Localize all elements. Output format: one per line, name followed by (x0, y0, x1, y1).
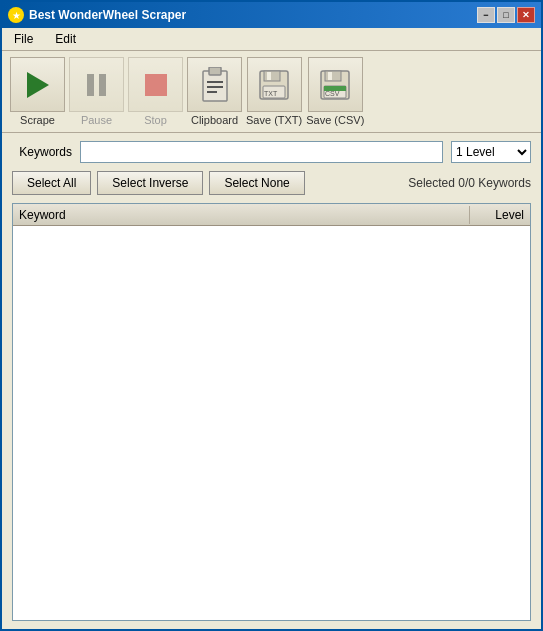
keywords-input[interactable] (80, 141, 443, 163)
menu-bar: File Edit (2, 28, 541, 51)
svg-rect-4 (207, 91, 217, 93)
main-window: ★ Best WonderWheel Scraper − □ ✕ File Ed… (0, 0, 543, 631)
svg-text:TXT: TXT (264, 90, 278, 97)
pause-icon (87, 74, 106, 96)
stop-icon (145, 74, 167, 96)
toolbar: Scrape Pause Stop (2, 51, 541, 133)
app-icon: ★ (8, 7, 24, 23)
svg-rect-7 (267, 72, 271, 80)
content-area: Keywords 1 Level 2 Levels 3 Levels Selec… (2, 133, 541, 629)
stop-button[interactable]: Stop (128, 57, 183, 126)
pause-label: Pause (81, 114, 112, 126)
play-icon (27, 72, 49, 98)
keywords-row: Keywords 1 Level 2 Levels 3 Levels (12, 141, 531, 163)
svg-rect-6 (264, 71, 280, 81)
save-txt-button[interactable]: TXT Save (TXT) (246, 57, 302, 126)
maximize-button[interactable]: □ (497, 7, 515, 23)
menu-file[interactable]: File (8, 30, 39, 48)
svg-rect-3 (207, 86, 223, 88)
save-csv-icon-box: CSV (308, 57, 363, 112)
svg-text:CSV: CSV (325, 90, 340, 97)
save-txt-icon-box: TXT (247, 57, 302, 112)
menu-edit[interactable]: Edit (49, 30, 82, 48)
clipboard-label: Clipboard (191, 114, 238, 126)
close-button[interactable]: ✕ (517, 7, 535, 23)
minimize-button[interactable]: − (477, 7, 495, 23)
title-bar: ★ Best WonderWheel Scraper − □ ✕ (2, 2, 541, 28)
pause-icon-box (69, 57, 124, 112)
window-title: Best WonderWheel Scraper (29, 8, 186, 22)
title-buttons: − □ ✕ (477, 7, 535, 23)
table-body (13, 226, 530, 620)
title-bar-left: ★ Best WonderWheel Scraper (8, 7, 186, 23)
select-buttons-row: Select All Select Inverse Select None Se… (12, 171, 531, 195)
column-header-keyword: Keyword (13, 206, 470, 224)
clipboard-icon (199, 67, 231, 103)
level-select[interactable]: 1 Level 2 Levels 3 Levels (451, 141, 531, 163)
svg-rect-2 (207, 81, 223, 83)
svg-rect-12 (328, 72, 332, 80)
stop-label: Stop (144, 114, 167, 126)
scrape-label: Scrape (20, 114, 55, 126)
scrape-icon-box (10, 57, 65, 112)
table-header: Keyword Level (13, 204, 530, 226)
select-none-button[interactable]: Select None (209, 171, 304, 195)
svg-rect-11 (325, 71, 341, 81)
pause-button[interactable]: Pause (69, 57, 124, 126)
save-csv-icon: CSV (320, 70, 350, 100)
save-csv-button[interactable]: CSV Save (CSV) (306, 57, 364, 126)
scrape-button[interactable]: Scrape (10, 57, 65, 126)
select-inverse-button[interactable]: Select Inverse (97, 171, 203, 195)
clipboard-button[interactable]: Clipboard (187, 57, 242, 126)
save-csv-label: Save (CSV) (306, 114, 364, 126)
column-header-level: Level (470, 206, 530, 224)
selected-info: Selected 0/0 Keywords (408, 176, 531, 190)
svg-rect-1 (209, 67, 221, 75)
keywords-label: Keywords (12, 145, 72, 159)
save-txt-icon: TXT (259, 70, 289, 100)
save-txt-label: Save (TXT) (246, 114, 302, 126)
stop-icon-box (128, 57, 183, 112)
keywords-table: Keyword Level (12, 203, 531, 621)
clipboard-icon-box (187, 57, 242, 112)
select-all-button[interactable]: Select All (12, 171, 91, 195)
